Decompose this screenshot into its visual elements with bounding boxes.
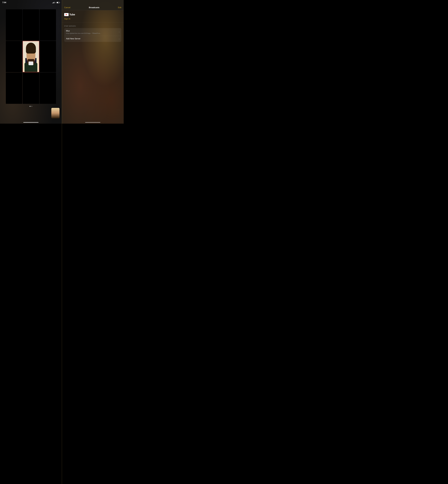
battery-icon <box>56 2 59 3</box>
rtmp-section-label: RTMP SERVERS <box>64 25 121 27</box>
page-dot-2 <box>31 106 32 107</box>
wifi-icon: ≈ <box>55 2 56 3</box>
navigation-bar: Cancel Broadcasts Edit <box>62 0 124 10</box>
add-server-info: Add New Server <box>66 38 118 40</box>
bottom-bar <box>0 107 62 119</box>
rtmp-section: RTMP SERVERS Mux rtmp://global-live.mux.… <box>62 23 124 42</box>
grid-cell-1 <box>23 9 39 40</box>
right-panel: Cancel Broadcasts Edit Tube Sign In RTMP… <box>62 0 124 124</box>
grid-cell-7 <box>23 72 39 104</box>
mux-server-item[interactable]: Mux rtmp://global-live.mux.com:5222/app … <box>64 28 121 36</box>
status-bar: 7:04 ≈ <box>0 0 62 5</box>
youtube-play-icon <box>64 13 69 16</box>
youtube-text: Tube <box>69 13 75 16</box>
signal-icon <box>52 2 54 3</box>
youtube-section: Tube Sign In <box>62 10 124 23</box>
left-panel: 7:04 ≈ <box>0 0 62 124</box>
grid-cell-0 <box>6 9 22 40</box>
status-icons: ≈ <box>52 2 59 3</box>
mux-server-url: rtmp://global-live.mux.com:5222/app - 73… <box>66 32 110 34</box>
grid-cell-5 <box>40 41 56 72</box>
home-indicator-right <box>85 122 100 123</box>
status-time: 7:04 <box>2 1 6 4</box>
mux-server-name: Mux <box>66 30 118 32</box>
active-participant-video <box>23 41 39 72</box>
mux-server-info: Mux rtmp://global-live.mux.com:5222/app … <box>66 30 118 34</box>
page-dot-1 <box>30 106 31 107</box>
grid-cell-6 <box>6 72 22 104</box>
broadcasts-title: Broadcasts <box>89 6 100 9</box>
content-area: Tube Sign In RTMP SERVERS Mux rtmp://glo… <box>62 10 124 124</box>
cancel-button[interactable]: Cancel <box>64 6 70 9</box>
edit-button[interactable]: Edit <box>118 6 121 9</box>
home-indicator <box>23 122 39 123</box>
add-new-server-item[interactable]: Add New Server › <box>64 36 121 42</box>
grid-cell-2 <box>40 9 56 40</box>
self-preview-thumbnail[interactable] <box>51 108 59 118</box>
grid-cell-8 <box>40 72 56 104</box>
add-server-chevron: › <box>119 38 120 40</box>
grid-cell-3 <box>6 41 22 72</box>
mux-server-chevron: › <box>119 31 120 33</box>
page-indicators <box>30 106 32 107</box>
camera-grid <box>6 9 56 104</box>
youtube-sign-in-button[interactable]: Sign In <box>64 18 70 20</box>
youtube-logo: Tube <box>64 13 121 16</box>
add-server-label: Add New Server <box>66 38 118 40</box>
grid-cell-4-active <box>23 41 39 72</box>
panel-separator <box>62 0 62 124</box>
server-list: Mux rtmp://global-live.mux.com:5222/app … <box>64 28 121 42</box>
